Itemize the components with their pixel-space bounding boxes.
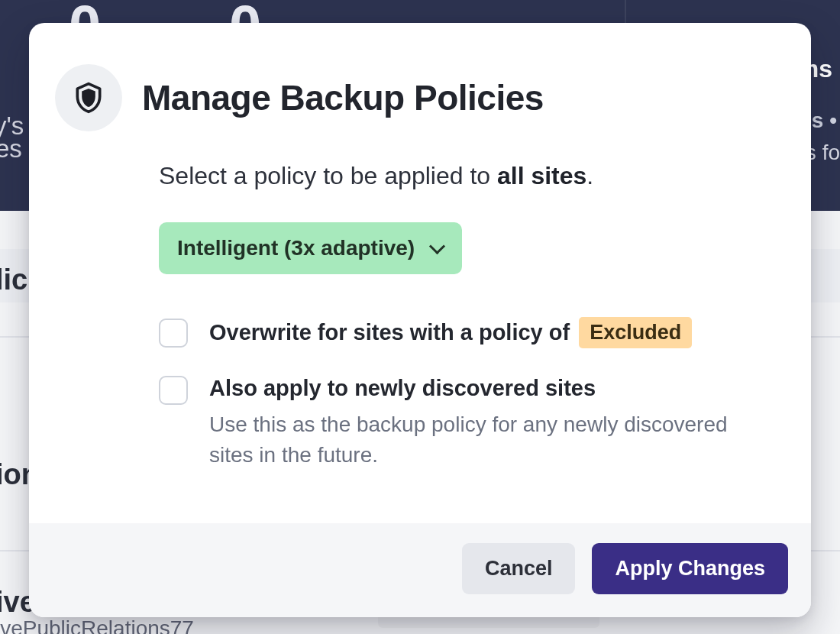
- bg-fragment-es: es: [0, 134, 22, 163]
- dialog-lead-text: Select a policy to be applied to all sit…: [159, 162, 765, 190]
- lead-suffix: .: [586, 162, 593, 189]
- apply-new-body: Also apply to newly discovered sites Use…: [209, 374, 765, 471]
- policy-select-label: Intelligent (3x adaptive): [177, 236, 415, 260]
- apply-new-description: Use this as the backup policy for any ne…: [209, 409, 759, 471]
- lead-prefix: Select a policy to be applied to: [159, 162, 497, 189]
- overwrite-label-line: Overwrite for sites with a policy of Exc…: [209, 317, 765, 348]
- bg-fragment-s-dot: s •: [812, 108, 837, 133]
- overwrite-checkbox[interactable]: [159, 319, 188, 348]
- bg-fragment-pr77: ivePublicRelations77: [0, 616, 194, 634]
- apply-new-label: Also apply to newly discovered sites: [209, 374, 765, 403]
- apply-new-checkbox[interactable]: [159, 376, 188, 405]
- overwrite-label: Overwrite for sites with a policy of: [209, 319, 570, 348]
- manage-backup-policies-dialog: Manage Backup Policies Select a policy t…: [29, 23, 811, 617]
- cancel-button[interactable]: Cancel: [462, 543, 576, 594]
- dialog-footer: Cancel Apply Changes: [29, 523, 811, 617]
- overwrite-option-row: Overwrite for sites with a policy of Exc…: [159, 317, 765, 348]
- apply-new-option-row: Also apply to newly discovered sites Use…: [159, 374, 765, 471]
- policy-select[interactable]: Intelligent (3x adaptive): [159, 222, 462, 274]
- excluded-badge: Excluded: [579, 317, 692, 348]
- dialog-content: Select a policy to be applied to all sit…: [75, 162, 765, 508]
- shield-icon: [72, 81, 105, 115]
- chevron-down-icon: [430, 244, 444, 253]
- dialog-title: Manage Backup Policies: [142, 77, 544, 118]
- shield-icon-badge: [55, 64, 122, 131]
- dialog-header: Manage Backup Policies: [75, 64, 765, 131]
- dialog-body: Manage Backup Policies Select a policy t…: [29, 23, 811, 523]
- lead-bold: all sites: [497, 162, 586, 189]
- apply-changes-button[interactable]: Apply Changes: [592, 543, 788, 594]
- overwrite-body: Overwrite for sites with a policy of Exc…: [209, 317, 765, 348]
